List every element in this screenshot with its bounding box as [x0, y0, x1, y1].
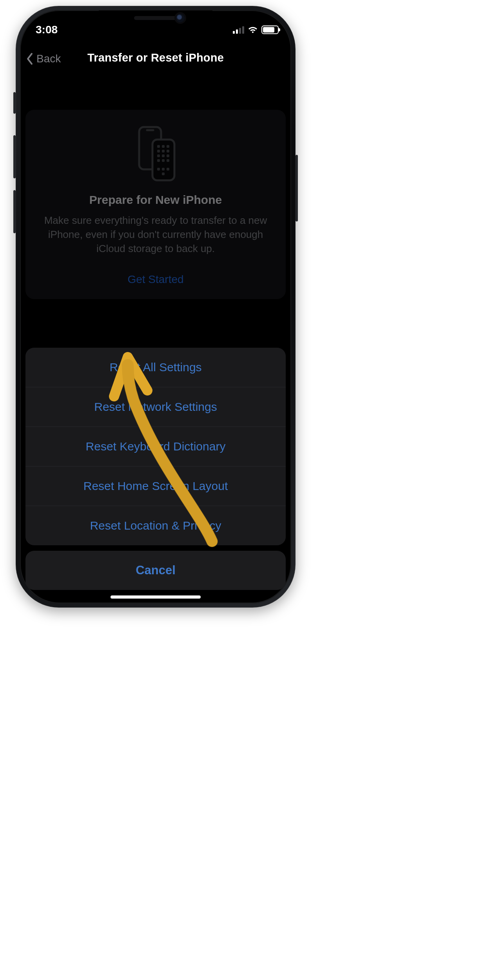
volume-down-button — [13, 190, 16, 233]
prepare-new-iphone-card: Prepare for New iPhone Make sure everyth… — [25, 110, 286, 299]
svg-rect-16 — [162, 168, 165, 171]
cancel-button[interactable]: Cancel — [25, 551, 286, 590]
svg-rect-5 — [167, 145, 169, 148]
svg-rect-11 — [167, 154, 169, 157]
svg-rect-15 — [157, 168, 160, 171]
prepare-card-body: Make sure everything's ready to transfer… — [35, 214, 276, 256]
navigation-bar: Back Transfer or Reset iPhone — [20, 47, 291, 70]
svg-rect-3 — [157, 145, 160, 148]
volume-up-button — [13, 135, 16, 178]
power-button — [296, 155, 298, 221]
reset-all-settings-button[interactable]: Reset All Settings — [25, 348, 286, 387]
svg-rect-12 — [157, 159, 160, 162]
svg-rect-14 — [167, 159, 169, 162]
prepare-card-title: Prepare for New iPhone — [89, 193, 222, 207]
iphone-screen: 3:08 Back — [20, 10, 291, 603]
battery-icon — [261, 25, 279, 34]
two-phones-icon — [132, 125, 179, 182]
status-icons — [233, 25, 279, 34]
cellular-signal-icon — [233, 26, 244, 34]
svg-rect-4 — [162, 145, 165, 148]
get-started-button[interactable]: Get Started — [127, 273, 183, 286]
svg-rect-8 — [167, 150, 169, 152]
reset-options-group: Reset All Settings Reset Network Setting… — [25, 348, 286, 545]
svg-rect-13 — [162, 159, 165, 162]
front-camera-icon — [176, 14, 185, 22]
svg-rect-6 — [157, 150, 160, 152]
reset-home-screen-layout-button[interactable]: Reset Home Screen Layout — [25, 466, 286, 506]
svg-rect-9 — [157, 154, 160, 157]
page-title: Transfer or Reset iPhone — [20, 51, 291, 64]
iphone-device-frame: 3:08 Back — [16, 6, 296, 608]
reset-keyboard-dictionary-button[interactable]: Reset Keyboard Dictionary — [25, 426, 286, 466]
status-time: 3:08 — [36, 24, 58, 36]
reset-location-privacy-button[interactable]: Reset Location & Privacy — [25, 506, 286, 545]
svg-rect-10 — [162, 154, 165, 157]
mute-switch — [13, 92, 16, 114]
reset-network-settings-button[interactable]: Reset Network Settings — [25, 387, 286, 426]
home-indicator[interactable] — [111, 595, 201, 599]
wifi-icon — [248, 26, 258, 34]
reset-action-sheet: Reset All Settings Reset Network Setting… — [25, 348, 286, 590]
notch — [99, 10, 212, 28]
svg-rect-18 — [162, 172, 165, 175]
svg-rect-7 — [162, 150, 165, 152]
svg-rect-17 — [167, 168, 169, 171]
